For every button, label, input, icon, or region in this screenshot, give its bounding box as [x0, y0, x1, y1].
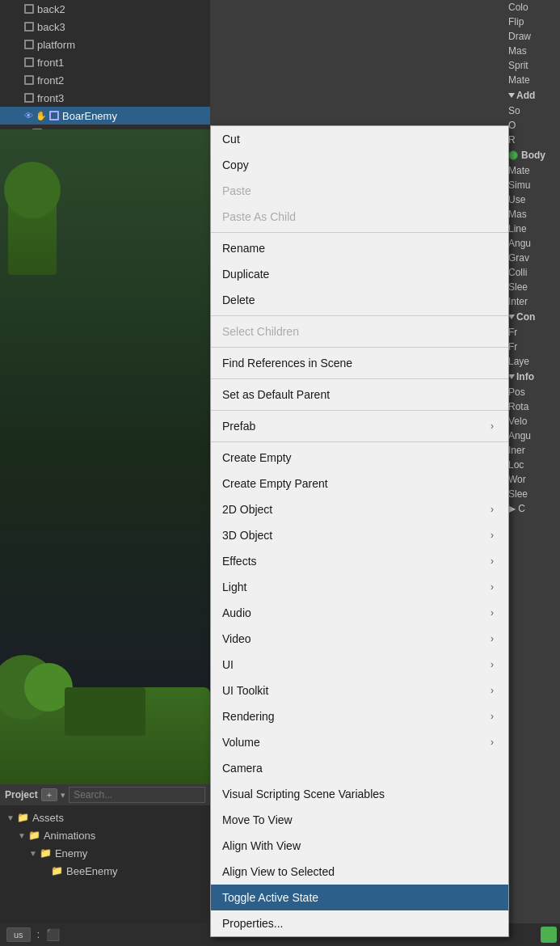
- cube-icon: [24, 22, 34, 32]
- right-section-add[interactable]: Add: [505, 87, 560, 103]
- tree-item-beeenemy[interactable]: 📁 BeeEnemy: [0, 862, 210, 880]
- menu-item-3d-object[interactable]: 3D Object ›: [211, 522, 508, 548]
- status-colon: :: [37, 929, 40, 940]
- menu-item-label: Audio: [222, 606, 251, 619]
- right-text: Angu: [508, 238, 531, 249]
- menu-item-select-children: Select Children: [211, 319, 508, 344]
- right-label-use-13: Use: [505, 192, 560, 207]
- terrain-platform: [65, 687, 145, 736]
- right-label-r-9: R: [505, 133, 560, 147]
- right-text: Iner: [508, 445, 525, 456]
- right-text: Inter: [508, 296, 528, 307]
- menu-item-create-empty-parent[interactable]: Create Empty Parent: [211, 471, 508, 496]
- right-text: Line: [508, 223, 527, 234]
- menu-item-effects[interactable]: Effects ›: [211, 548, 508, 574]
- hier-label: front1: [37, 57, 64, 69]
- menu-item-label: Create Empty Parent: [222, 477, 328, 490]
- menu-item-label: Video: [222, 632, 251, 645]
- menu-item-move-to-view[interactable]: Move To View: [211, 807, 508, 833]
- menu-item-audio[interactable]: Audio ›: [211, 600, 508, 626]
- right-text: Colli: [508, 267, 527, 278]
- right-label-mas-14: Mas: [505, 207, 560, 222]
- menu-item-toggle-active-state[interactable]: Toggle Active State: [211, 885, 508, 910]
- menu-item-2d-object[interactable]: 2D Object ›: [211, 496, 508, 522]
- tree-item-animations[interactable]: ▼ 📁 Animations: [0, 826, 210, 844]
- tree-item-enemy[interactable]: ▼ 📁 Enemy: [0, 844, 210, 862]
- menu-item-create-empty[interactable]: Create Empty: [211, 445, 508, 471]
- cube-icon: [24, 93, 34, 103]
- menu-item-find-references-in-scene[interactable]: Find References in Scene: [211, 350, 508, 376]
- submenu-arrow: ›: [491, 530, 494, 541]
- hierarchy-item-boarenemy[interactable]: 👁 ✋ BoarEnemy: [0, 107, 210, 125]
- cube-icon: [24, 57, 34, 67]
- triangle-down-icon: [508, 93, 515, 98]
- search-input[interactable]: [69, 787, 205, 803]
- add-button[interactable]: +: [41, 788, 57, 801]
- menu-item-copy[interactable]: Copy: [211, 152, 508, 178]
- right-label-sprit-4: Sprit: [505, 58, 560, 73]
- menu-item-rendering[interactable]: Rendering ›: [211, 703, 508, 729]
- right-label-slee-33: Slee: [505, 487, 560, 501]
- menu-item-properties---[interactable]: Properties...: [211, 910, 508, 936]
- status-button-1[interactable]: us: [6, 927, 31, 942]
- menu-item-label: Camera: [222, 762, 263, 775]
- hierarchy-item-back2[interactable]: back2: [0, 0, 210, 18]
- right-text: Pos: [508, 386, 525, 398]
- hierarchy-item-front1[interactable]: front1: [0, 53, 210, 71]
- right-text: Fr: [508, 341, 517, 353]
- submenu-arrow: ›: [491, 555, 494, 567]
- menu-item-camera[interactable]: Camera: [211, 755, 508, 781]
- menu-item-label: Set as Default Parent: [222, 388, 330, 401]
- right-label-fr-23: Fr: [505, 340, 560, 354]
- hierarchy-item-front2[interactable]: front2: [0, 71, 210, 89]
- menu-item-label: Duplicate: [222, 268, 269, 281]
- right-section-body[interactable]: Body: [505, 147, 560, 163]
- menu-item-cut[interactable]: Cut: [211, 126, 508, 152]
- menu-item-ui-toolkit[interactable]: UI Toolkit ›: [211, 678, 508, 703]
- menu-item-volume[interactable]: Volume ›: [211, 729, 508, 755]
- menu-item-label: Paste: [222, 184, 251, 197]
- submenu-arrow: ›: [491, 607, 494, 619]
- right-label: Add: [516, 90, 535, 101]
- tree-arrow: ▼: [29, 849, 37, 858]
- menu-item-duplicate[interactable]: Duplicate: [211, 261, 508, 287]
- green-indicator[interactable]: [541, 927, 557, 943]
- right-label-angu-29: Angu: [505, 429, 560, 443]
- hand-icon: ✋: [36, 111, 47, 121]
- menu-item-align-with-view[interactable]: Align With View: [211, 833, 508, 859]
- right-label-laye-24: Laye: [505, 354, 560, 369]
- menu-item-video[interactable]: Video ›: [211, 626, 508, 652]
- menu-item-visual-scripting-scene-variables[interactable]: Visual Scripting Scene Variables: [211, 781, 508, 807]
- hierarchy-item-back3[interactable]: back3: [0, 18, 210, 36]
- right-text: Rota: [508, 401, 528, 412]
- tree-label: Enemy: [55, 847, 87, 859]
- menu-item-rename[interactable]: Rename: [211, 235, 508, 261]
- hier-label: platform: [37, 39, 75, 51]
- hierarchy-item-platform[interactable]: platform: [0, 36, 210, 53]
- menu-item-prefab[interactable]: Prefab ›: [211, 413, 508, 439]
- tree-item-assets[interactable]: ▼ 📁 Assets: [0, 809, 210, 826]
- right-label-iner-30: Iner: [505, 443, 560, 458]
- menu-item-label: Light: [222, 581, 246, 593]
- right-section-info[interactable]: Info: [505, 369, 560, 385]
- right-text: Fr: [508, 327, 517, 338]
- menu-item-align-view-to-selected[interactable]: Align View to Selected: [211, 859, 508, 885]
- menu-item-set-as-default-parent[interactable]: Set as Default Parent: [211, 382, 508, 408]
- submenu-arrow: ›: [491, 737, 494, 748]
- right-text: ▶ C: [508, 503, 525, 514]
- hierarchy-item-front3[interactable]: front3: [0, 89, 210, 107]
- menu-item-delete[interactable]: Delete: [211, 287, 508, 313]
- tree-arrow: ▼: [18, 831, 26, 840]
- cube-icon: [49, 111, 59, 120]
- triangle-down-icon: [508, 315, 515, 319]
- right-label-mate-11: Mate: [505, 163, 560, 178]
- right-section-con[interactable]: Con: [505, 309, 560, 325]
- right-label-o-8: O: [505, 118, 560, 133]
- menu-item-light[interactable]: Light ›: [211, 574, 508, 600]
- dropdown-icon[interactable]: ▾: [61, 790, 65, 800]
- tree-label: BeeEnemy: [66, 865, 118, 877]
- menu-item-label: Align View to Selected: [222, 865, 335, 878]
- inspector-panel: ColoFlipDrawMasSpritMateAddSoORBodyMateS…: [505, 0, 560, 946]
- menu-separator-12: [211, 378, 508, 379]
- menu-item-ui[interactable]: UI ›: [211, 652, 508, 678]
